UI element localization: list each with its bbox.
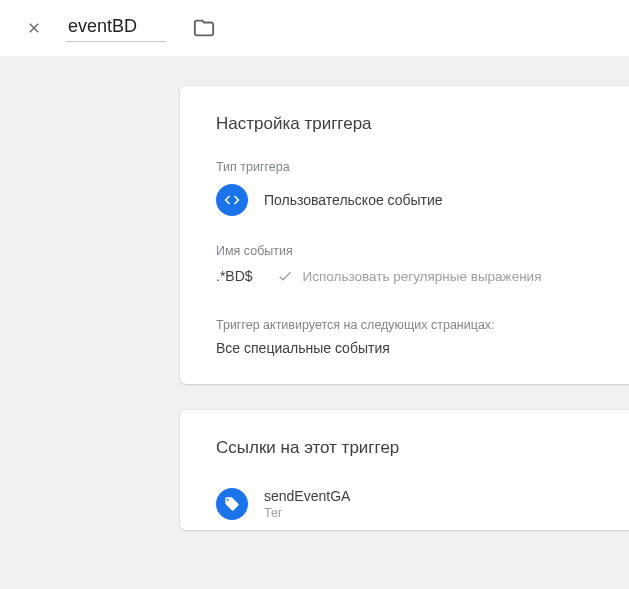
event-name-label: Имя события <box>216 244 629 258</box>
reference-item[interactable]: sendEventGA Тег <box>216 484 629 520</box>
code-angle-icon <box>216 184 248 216</box>
event-name-value: .*BD$ <box>216 268 253 284</box>
check-icon <box>277 268 293 284</box>
trigger-type-row: Пользовательское событие <box>216 184 629 216</box>
references-card: Ссылки на этот триггер sendEventGA Тег <box>180 410 629 530</box>
fires-on-value: Все специальные события <box>216 340 629 356</box>
reference-name: sendEventGA <box>264 488 350 504</box>
trigger-type-value: Пользовательское событие <box>264 192 443 208</box>
regex-label: Использовать регулярные выражения <box>303 269 542 284</box>
event-name-row: .*BD$ Использовать регулярные выражения <box>216 268 629 284</box>
references-title: Ссылки на этот триггер <box>216 438 629 458</box>
trigger-type-label: Тип триггера <box>216 160 629 174</box>
content-area: Настройка триггера Тип триггера Пользова… <box>0 56 629 589</box>
folder-icon[interactable] <box>192 16 216 40</box>
trigger-name-input[interactable] <box>66 14 166 42</box>
reference-type: Тег <box>264 506 350 520</box>
card-title: Настройка триггера <box>216 114 629 134</box>
fires-on-label: Триггер активируется на следующих страни… <box>216 318 629 332</box>
reference-text: sendEventGA Тег <box>264 488 350 520</box>
close-icon[interactable] <box>22 16 46 40</box>
header-bar <box>0 0 629 56</box>
trigger-config-card[interactable]: Настройка триггера Тип триггера Пользова… <box>180 86 629 384</box>
regex-checkbox[interactable]: Использовать регулярные выражения <box>277 268 542 284</box>
tag-icon <box>216 488 248 520</box>
